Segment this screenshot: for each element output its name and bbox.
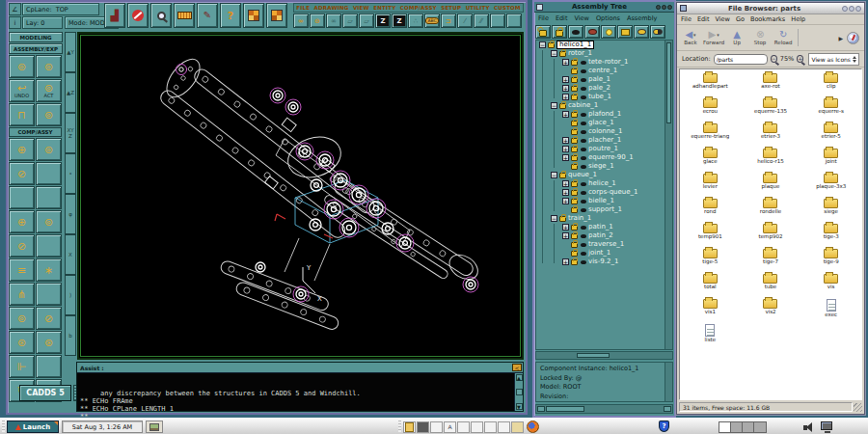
cadds-tool-zoom-b[interactable]: Z — [392, 14, 407, 28]
screenshot-button[interactable] — [146, 420, 163, 433]
tree-item-placher-1[interactable]: +placher_1 — [536, 136, 672, 145]
tree-item-train-1[interactable]: −train_1 — [536, 214, 672, 223]
fb-up-button[interactable]: ▲Up — [726, 30, 747, 45]
assembly-tool-promote[interactable] — [617, 25, 633, 39]
collapse-box[interactable]: − — [551, 172, 557, 178]
assembly-menu-assembly[interactable]: Assembly — [627, 14, 657, 22]
folder-equerre-s[interactable]: equerre-s — [800, 98, 861, 123]
window-controls[interactable] — [656, 5, 672, 10]
dropdown-icon[interactable]: ▾ — [693, 32, 696, 38]
tree-item-vis-9-2-1[interactable]: +vis-9.2_1 — [536, 258, 672, 266]
window-button-7[interactable] — [484, 421, 497, 433]
folder-axe-rot[interactable]: axe-rot — [741, 73, 801, 98]
status-scrollbar[interactable] — [665, 363, 672, 401]
layer-field[interactable]: Lay: 0 — [22, 16, 63, 29]
window-menu-icon[interactable] — [536, 4, 543, 11]
zoom-in-icon[interactable]: + — [797, 55, 803, 63]
tree-item-helico1-1[interactable]: −helico1_1 — [536, 41, 672, 49]
fb-menu-file[interactable]: File — [681, 15, 692, 23]
file-browser-titlebar[interactable]: File Browser: parts — [677, 3, 864, 14]
assembly-titlebar[interactable]: Assembly Tree — [534, 2, 674, 13]
tree-item-siege-1[interactable]: siege_1 — [536, 162, 672, 171]
cadds-tool-help[interactable]: ? — [220, 3, 241, 28]
assembly-tree[interactable]: −helico1_1−rotor_1+tete-rotor_1centre_1+… — [535, 40, 673, 350]
folder-plaque-3x3[interactable]: plaque-3x3 — [800, 174, 861, 199]
cadds-tool-magnifier[interactable] — [150, 3, 172, 28]
axis-tool-3[interactable]: XYZ — [65, 113, 76, 153]
cadds-tool-palette-b[interactable] — [266, 3, 287, 28]
minimize-button[interactable] — [656, 5, 661, 10]
folder-vis1[interactable]: vis1 — [680, 299, 741, 324]
fb-menu-edit[interactable]: Edit — [697, 15, 710, 23]
scroll-thumb[interactable] — [577, 353, 610, 358]
fb-menu-help[interactable]: Help — [791, 15, 805, 23]
expand-box[interactable]: + — [562, 198, 569, 204]
cadds-tool-goggles[interactable]: ∞ — [293, 14, 309, 28]
fb-reload-button[interactable]: ↻Reload — [773, 30, 794, 45]
sidebar-tool-6[interactable]: ⊚ — [36, 103, 62, 126]
collapse-box[interactable]: − — [539, 41, 546, 48]
folder-ecrou[interactable]: ecrou — [680, 98, 741, 123]
fb-back-button[interactable]: ◀▾Back — [680, 30, 701, 45]
folder-rondelle[interactable]: rondelle — [741, 199, 801, 224]
maximize-button[interactable] — [849, 6, 854, 12]
scroll-down-icon[interactable]: ▼ — [516, 403, 523, 410]
cadds-menu-utility[interactable]: UTILITY — [466, 5, 490, 11]
folder-equerre-triang[interactable]: equerre-triang — [680, 123, 741, 149]
folder-etrier-5[interactable]: etrier-5 — [800, 123, 861, 149]
workspace-4[interactable] — [754, 422, 766, 432]
cadds-menu-adrawing[interactable]: ADRAWING — [314, 5, 349, 11]
expand-box[interactable]: + — [562, 232, 569, 239]
scroll-left-icon[interactable] — [537, 406, 545, 412]
toolbar-overflow-icon[interactable]: ▶ — [838, 35, 843, 41]
console-scrollbar[interactable]: ▲ ▼ — [514, 373, 523, 411]
collapse-box[interactable]: − — [551, 215, 557, 222]
tree-item-support-1[interactable]: support_1 — [536, 205, 672, 214]
cadds-tool-machine[interactable]: ▟ — [104, 3, 125, 28]
sidebar-assembly-exp-button[interactable]: ASSEMBLY/EXP — [9, 43, 63, 54]
sidebar-tool-18[interactable]: ≡ — [9, 258, 35, 282]
folder-total[interactable]: total — [680, 274, 741, 299]
firefox-icon[interactable] — [527, 420, 539, 433]
folder-helico-r15[interactable]: helico-r15 — [741, 149, 801, 174]
axis-tool-5[interactable]: φ — [65, 194, 76, 234]
sidebar-tool-3[interactable]: ↩UNDO — [9, 79, 35, 102]
cadds-tool-mesh[interactable]: ∴ — [408, 14, 423, 28]
sidebar-tool-21[interactable] — [36, 283, 62, 306]
cadds-tool-blank-a[interactable] — [490, 14, 505, 28]
folder-vis[interactable]: vis — [800, 274, 861, 299]
minimize-button[interactable] — [842, 6, 848, 12]
window-button-4[interactable]: A — [444, 421, 456, 433]
fb-stop-button[interactable]: ⊗Stop — [749, 30, 771, 45]
assembly-tool-highlight[interactable] — [584, 25, 600, 39]
tree-item-corps-queue-1[interactable]: +corps-queue_1 — [536, 188, 672, 197]
maximize-button[interactable] — [662, 5, 666, 10]
tree-vertical-scrollbar[interactable] — [665, 41, 672, 349]
folder-temp902[interactable]: temp902 — [741, 224, 801, 249]
window-button-8[interactable] — [498, 421, 510, 433]
tree-item-equerre-90-1[interactable]: +equerre-90_1 — [536, 153, 672, 162]
expand-box[interactable]: + — [562, 258, 569, 265]
sidebar-tool-10[interactable]: ⊘ — [9, 162, 35, 185]
sidebar-tool-12[interactable] — [9, 186, 35, 209]
expand-box[interactable]: + — [562, 94, 569, 100]
console-output[interactable]: any discrepancy between the structures i… — [77, 373, 514, 411]
cadds-menu-view[interactable]: VIEW — [353, 5, 369, 11]
window-button-2[interactable] — [417, 421, 429, 433]
tree-item-joint-1[interactable]: joint_1 — [536, 249, 672, 258]
axis-tool-8[interactable]: b — [65, 315, 76, 356]
collapse-box[interactable]: − — [551, 50, 557, 57]
scroll-right-icon[interactable] — [664, 406, 671, 412]
help-button[interactable]: ? — [659, 420, 669, 432]
cplane-field[interactable]: CpLane: TOP — [22, 3, 99, 15]
expand-box[interactable]: + — [562, 180, 569, 187]
cadds-menu-custom[interactable]: CUSTOM — [494, 5, 521, 11]
cadds-tool-clamp[interactable]: ⊐ — [441, 14, 456, 28]
cadds-menu-entity[interactable]: ENTITY — [373, 5, 395, 11]
assembly-menu-edit[interactable]: Edit — [556, 14, 568, 22]
window-button-9[interactable] — [511, 421, 524, 433]
close-button[interactable] — [855, 6, 861, 12]
sidebar-tool-26[interactable]: ⊩ — [9, 355, 35, 378]
folder-siege[interactable]: siege — [800, 199, 861, 224]
cadds-tool-hatch-b[interactable]: ⁄⁄ — [474, 14, 489, 28]
